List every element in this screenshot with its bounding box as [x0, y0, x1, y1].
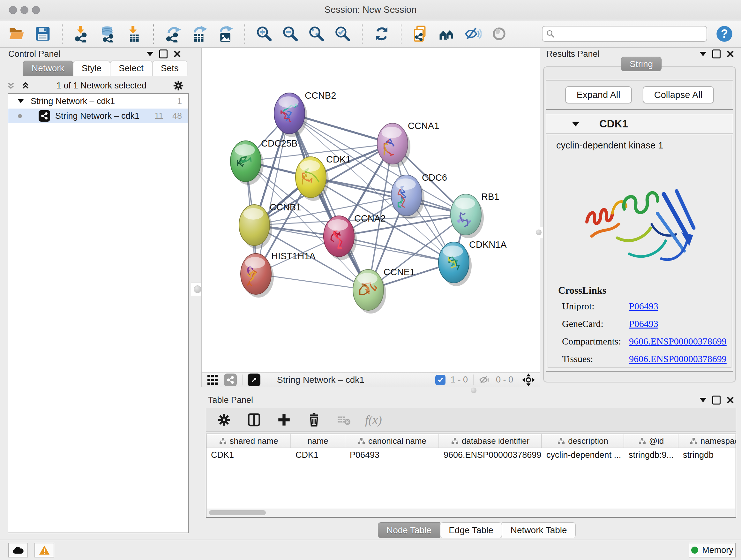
- gear-icon[interactable]: [172, 79, 185, 91]
- warning-status-button[interactable]: [35, 543, 54, 557]
- function-builder-icon: f(x): [365, 413, 382, 427]
- show-columns-icon[interactable]: [245, 411, 263, 429]
- import-network-database-icon[interactable]: [99, 25, 117, 43]
- float-panel-icon[interactable]: [712, 50, 721, 58]
- close-panel-icon[interactable]: [173, 50, 181, 58]
- table-cell[interactable]: 9606.ENSP00000378699: [439, 448, 542, 462]
- zoom-in-icon[interactable]: [255, 25, 273, 43]
- refresh-network-icon[interactable]: [373, 25, 391, 43]
- node-label: CCNB1: [270, 202, 301, 212]
- network-node-CDC25B[interactable]: CDC25B: [230, 138, 297, 185]
- horizontal-splitter[interactable]: [201, 387, 741, 393]
- network-node-RB1[interactable]: RB1: [451, 192, 499, 238]
- network-edge[interactable]: [256, 113, 289, 274]
- network-node-HIST1H1A[interactable]: HIST1H1A: [241, 251, 316, 298]
- table-cell[interactable]: CDK1: [291, 448, 345, 462]
- table-cell[interactable]: stringdb: [678, 448, 736, 462]
- crosslink-value-link[interactable]: 9606.ENSP00000378699: [629, 354, 727, 364]
- tab-select[interactable]: Select: [110, 61, 152, 76]
- tab-edge-table[interactable]: Edge Table: [440, 522, 502, 538]
- section-collapse-icon[interactable]: [572, 122, 580, 126]
- memory-label: Memory: [702, 545, 733, 555]
- table-cell[interactable]: stringdb:9...: [624, 448, 678, 462]
- help-icon[interactable]: ?: [716, 25, 733, 43]
- expand-all-button[interactable]: Expand All: [565, 86, 632, 104]
- save-session-icon[interactable]: [34, 25, 52, 43]
- zoom-out-icon[interactable]: [281, 25, 299, 43]
- search-input[interactable]: [557, 29, 703, 39]
- detach-view-icon[interactable]: [248, 374, 260, 386]
- panel-menu-icon[interactable]: [699, 52, 706, 56]
- export-network-icon[interactable]: [164, 25, 182, 43]
- collapse-all-button[interactable]: Collapse All: [643, 86, 714, 104]
- annotation-copy-icon[interactable]: [412, 25, 429, 43]
- delete-column-icon[interactable]: [305, 411, 323, 429]
- column-header-shared-name[interactable]: shared name: [206, 434, 291, 448]
- selected-indicator-checkbox[interactable]: [435, 375, 446, 385]
- tab-string[interactable]: String: [621, 57, 662, 71]
- network-share-icon[interactable]: [224, 374, 237, 386]
- network-node-CDKN1A[interactable]: CDKN1A: [439, 240, 507, 286]
- column-header--id[interactable]: @id: [624, 434, 678, 448]
- network-canvas[interactable]: CCNB2CCNA1CDC25BCDK1CDC6RB1CCNB1CCNA2CDK…: [202, 48, 540, 372]
- network-node-CCNA1[interactable]: CCNA1: [377, 121, 439, 167]
- cloud-status-button[interactable]: [8, 543, 28, 557]
- network-collection-row[interactable]: String Network – cdk1 1: [8, 94, 188, 109]
- network-node-CDK1[interactable]: CDK1: [295, 154, 351, 201]
- table-cell[interactable]: cyclin-dependent ...: [542, 448, 624, 462]
- network-node-CCNE1[interactable]: CCNE1: [353, 267, 415, 314]
- export-table-icon[interactable]: [190, 25, 208, 43]
- tab-network-table[interactable]: Network Table: [502, 522, 576, 538]
- first-neighbors-icon[interactable]: [438, 25, 456, 43]
- zoom-fit-icon[interactable]: [308, 25, 326, 43]
- node-label: HIST1H1A: [271, 251, 316, 261]
- panel-menu-icon[interactable]: [146, 52, 153, 56]
- tab-node-table[interactable]: Node Table: [378, 522, 440, 538]
- column-header-database-identifier[interactable]: database identifier: [439, 434, 542, 448]
- control-panel-tabs: Network Style Select Sets: [23, 61, 187, 76]
- hide-selected-icon[interactable]: [464, 25, 482, 43]
- network-node-CCNB2[interactable]: CCNB2: [274, 90, 336, 137]
- network-node-CCNA2[interactable]: CCNA2: [324, 213, 386, 260]
- network-edge[interactable]: [289, 113, 368, 290]
- crosslink-value-link[interactable]: 9606.ENSP00000378699: [629, 336, 727, 347]
- export-image-icon[interactable]: [216, 25, 234, 43]
- tab-network[interactable]: Network: [23, 61, 73, 76]
- tab-style[interactable]: Style: [73, 61, 110, 76]
- table-cell[interactable]: CDK1: [206, 448, 291, 462]
- table-cell[interactable]: P06493: [345, 448, 439, 462]
- open-session-icon[interactable]: [8, 25, 25, 43]
- grid-view-icon[interactable]: [206, 374, 219, 386]
- birds-eye-toggle-icon[interactable]: [522, 373, 536, 387]
- column-header-canonical-name[interactable]: canonical name: [345, 434, 439, 448]
- network-node-CDC6[interactable]: CDC6: [391, 172, 447, 219]
- search-field[interactable]: [542, 26, 707, 42]
- table-horizontal-scrollbar[interactable]: [207, 509, 735, 516]
- column-header-namespace[interactable]: namespace: [678, 434, 736, 448]
- network-row-selected[interactable]: String Network – cdk1 11 48: [8, 109, 188, 123]
- scrollbar-thumb[interactable]: [209, 510, 266, 515]
- expand-all-icon[interactable]: [20, 80, 30, 91]
- gene-section-header[interactable]: CDK1: [546, 114, 733, 134]
- import-network-file-icon[interactable]: [73, 25, 91, 43]
- float-panel-icon[interactable]: [712, 395, 721, 405]
- column-header-name[interactable]: name: [291, 434, 345, 448]
- close-panel-icon[interactable]: [726, 50, 734, 58]
- create-column-icon[interactable]: [275, 411, 293, 429]
- tab-sets[interactable]: Sets: [152, 61, 187, 76]
- float-panel-icon[interactable]: [159, 50, 167, 58]
- collapse-all-icon[interactable]: [6, 80, 16, 91]
- import-table-file-icon[interactable]: [125, 25, 143, 43]
- panel-menu-icon[interactable]: [699, 398, 706, 402]
- crosslink-value-link[interactable]: P06493: [629, 318, 658, 329]
- zoom-selected-icon[interactable]: [334, 25, 352, 43]
- network-node-CCNB1[interactable]: CCNB1: [239, 202, 301, 249]
- gene-details: cyclin-dependent kinase 1: [548, 135, 731, 368]
- column-header-description[interactable]: description: [542, 434, 624, 448]
- collection-expand-icon[interactable]: [18, 99, 23, 103]
- memory-button[interactable]: Memory: [689, 543, 736, 557]
- table-options-gear-icon[interactable]: [215, 411, 233, 429]
- crosslink-value-link[interactable]: P06493: [629, 301, 658, 312]
- show-all-icon[interactable]: [490, 25, 508, 43]
- close-panel-icon[interactable]: [726, 396, 734, 404]
